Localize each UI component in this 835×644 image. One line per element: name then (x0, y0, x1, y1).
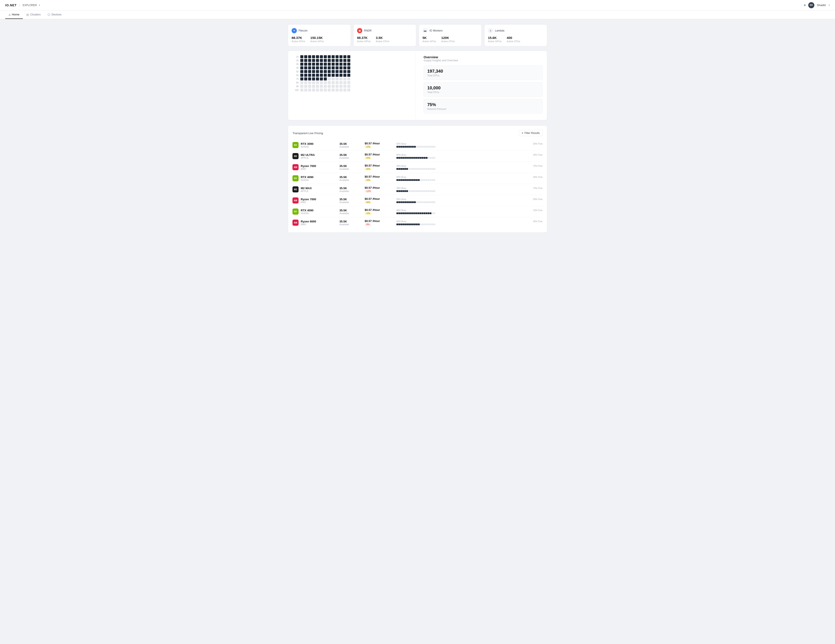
overview-panel: Overview Supply Insights and Overview 19… (419, 51, 547, 120)
grid-block-empty (331, 78, 335, 80)
grid-block-empty (340, 85, 343, 88)
grid-block-filled (343, 59, 346, 62)
grid-block-filled (340, 67, 343, 69)
bar-seg-filled (402, 157, 404, 159)
grid-block-filled (312, 74, 315, 77)
grid-block-empty (328, 85, 331, 88)
grid-block-empty (347, 81, 350, 84)
bar-seg-filled (412, 201, 414, 203)
device-logo: NV (292, 142, 299, 148)
price-value: $0.57 /Hour (365, 186, 393, 189)
price-value: $0.57 /Hour (365, 175, 393, 178)
nav-clusters[interactable]: ◎ Clusters (23, 10, 44, 19)
usage-bar-track (396, 157, 543, 159)
device-info: NV RTX 3090 NVIDIA (292, 142, 336, 148)
usage-bar-track (396, 201, 543, 203)
grid-block-filled (340, 74, 343, 77)
bar-seg-empty (432, 157, 434, 159)
usage-bar: 60% Busy 40% Free (396, 220, 543, 225)
price-info: $0.57 /Hour +5% (365, 164, 393, 170)
grid-block-filled (328, 74, 331, 77)
bar-seg-filled (404, 146, 406, 148)
pricing-section: Transparent Live Pricing ≡ Filter Result… (288, 125, 547, 233)
bar-seg-filled (412, 179, 414, 181)
device-info: M2 M2 ULTRA APPLE (292, 153, 336, 159)
brand-chevron-icon[interactable]: ▾ (39, 4, 40, 6)
grid-block-filled (324, 78, 327, 80)
bar-seg-filled (396, 179, 398, 181)
bar-seg-empty (428, 190, 429, 192)
device-details: Ryzen 8000 AMD (301, 220, 316, 225)
home-icon: ⌂ (9, 13, 10, 16)
grid-block-filled (320, 78, 323, 80)
grid-block-empty (340, 81, 343, 84)
grid-block-filled (308, 70, 311, 73)
device-logo: NV (292, 209, 299, 214)
grid-row: 100 (292, 89, 411, 91)
overview-stat-label: Total CPUs (427, 91, 539, 94)
grid-row: 20 (292, 59, 411, 62)
nav-home[interactable]: ⌂ Home (5, 10, 23, 19)
bar-seg-filled (396, 157, 398, 159)
bar-seg-filled (408, 146, 410, 148)
bar-seg-filled (408, 224, 410, 225)
notification-indicator[interactable] (804, 4, 806, 6)
grid-block-filled (312, 67, 315, 69)
usage-labels: 30% Busy 70% Free (396, 187, 543, 189)
nav-devices[interactable]: ⬡ Devices (44, 10, 65, 19)
grid-block-filled (304, 63, 307, 66)
grid-block-filled (300, 74, 303, 77)
grid-block-empty (304, 85, 307, 88)
brand-area: IO.NET | EXPLORER ▾ (5, 3, 40, 7)
bar-seg-filled (398, 168, 400, 170)
stat-value-item: 120K Active CPUs (441, 36, 455, 42)
avail-count: 35.5K (340, 142, 361, 146)
bar-seg-empty (432, 213, 434, 214)
stat-value-item: 150.15K Active GPUs (310, 36, 324, 42)
bar-seg-empty (428, 168, 429, 170)
bar-seg-empty (424, 190, 426, 192)
user-chevron-icon[interactable]: ▾ (829, 4, 830, 6)
grid-block-empty (331, 85, 335, 88)
grid-block-filled (320, 70, 323, 73)
grid-row: 60 (292, 74, 411, 77)
grid-block-empty (347, 89, 350, 91)
bar-seg-filled (410, 157, 412, 159)
bar-seg-filled (406, 224, 408, 225)
avatar[interactable]: SH (808, 2, 814, 8)
availability: 35.5K Available (340, 153, 361, 159)
stat-label: Active GPUs (422, 40, 436, 42)
grid-block-filled (300, 59, 303, 62)
bar-seg-filled (398, 224, 400, 225)
bar-seg-filled (402, 190, 404, 192)
grid-row-label: 70 (292, 78, 299, 80)
busy-label: 90% Busy (396, 209, 406, 212)
usage-bar: 30% Busy 70% Free (396, 187, 543, 192)
bar-seg-filled (406, 213, 408, 214)
bar-seg-empty (430, 224, 431, 225)
bar-seg-filled (428, 213, 429, 214)
bar-seg-empty (424, 224, 426, 225)
device-logo: AM (292, 198, 299, 203)
clusters-icon: ◎ (26, 13, 29, 16)
pricing-row: M2 M2 MAX APPLE 35.5K Available $0.57 /H… (292, 184, 543, 195)
grid-block-filled (316, 70, 319, 73)
stat-card-filecoin: ✦ Filecoin 88.37K Active GPUs 150.15K Ac… (288, 24, 351, 46)
grid-block-filled (347, 63, 350, 66)
filter-results-button[interactable]: ≡ Filter Results (519, 130, 543, 136)
free-label: 40% Free (533, 176, 543, 178)
grid-block-empty (316, 89, 319, 91)
avail-label: Available (340, 201, 361, 203)
usage-bar: 50% Busy 50% Free (396, 143, 543, 148)
grid-row: 50 (292, 70, 411, 73)
bar-seg-empty (416, 146, 418, 148)
bar-seg-empty (428, 146, 429, 148)
grid-block-empty (312, 89, 315, 91)
free-label: 40% Free (533, 220, 543, 223)
bar-seg-filled (396, 213, 398, 214)
grid-block-filled (347, 74, 350, 77)
grid-block-filled (304, 59, 307, 62)
pricing-header: Transparent Live Pricing ≡ Filter Result… (292, 130, 543, 136)
bar-seg-empty (434, 179, 435, 181)
grid-block-filled (316, 78, 319, 80)
